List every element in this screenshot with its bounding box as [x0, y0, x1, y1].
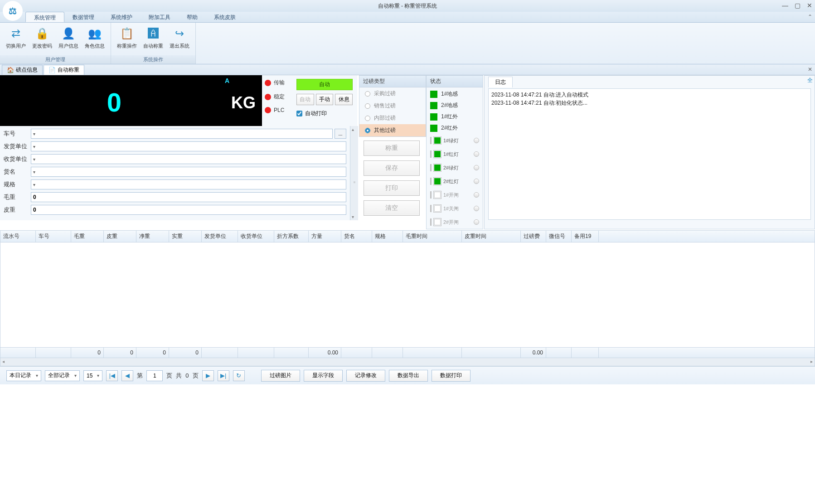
weigh-button[interactable]: 称重 [364, 141, 420, 156]
circle-icon [474, 165, 479, 170]
goods-combo[interactable] [31, 167, 346, 177]
scope-select[interactable]: 全部记录 [45, 370, 80, 381]
menu-tab-data-mgmt[interactable]: 数据管理 [64, 12, 102, 22]
print-data-button[interactable]: 数据打印 [432, 370, 471, 382]
mode-manual-button[interactable]: 手动 [316, 94, 334, 105]
ribbon-exit[interactable]: ↪退出系统 [166, 24, 193, 55]
records-grid: 流水号车号毛重皮重净重实重发货单位收货单位折方系数方量货名规格毛重时间皮重时间过… [0, 230, 815, 366]
doctab-auto-weigh[interactable]: 📄自动称重 [44, 65, 84, 75]
grid-col-header[interactable]: 备用19 [572, 231, 599, 242]
ribbon-change-password[interactable]: 🔒更改密码 [29, 24, 55, 55]
menu-tab-system-mgmt[interactable]: 系统管理 [25, 12, 64, 22]
grid-col-header[interactable]: 货名 [341, 231, 372, 242]
radio-icon [365, 128, 370, 133]
weigh-type-purchase[interactable]: 采购过磅 [359, 87, 426, 100]
doctab-close-icon[interactable]: ✕ [808, 66, 812, 73]
clear-button[interactable]: 清空 [364, 200, 420, 216]
prev-page-button[interactable]: ◀ [121, 370, 133, 381]
grid-hscrollbar[interactable] [0, 358, 815, 366]
log-tab[interactable]: 日志 [488, 77, 513, 87]
gross-weight-input[interactable] [31, 192, 346, 202]
ctrl-green-light-2[interactable]: 2#绿灯 [430, 163, 479, 173]
menu-tab-help[interactable]: 帮助 [179, 12, 206, 22]
ctrl-gate-open-1[interactable]: 1#开闸 [430, 190, 479, 200]
receiver-combo[interactable] [31, 154, 346, 164]
page-number-input[interactable] [146, 370, 163, 381]
ribbon-weigh-op[interactable]: 📋称重操作 [114, 24, 140, 55]
grid-col-header[interactable]: 毛重 [71, 231, 104, 242]
last-page-button[interactable]: ▶| [218, 370, 229, 381]
page-size-select[interactable]: 15 [83, 370, 102, 381]
grid-col-header[interactable]: 规格 [372, 231, 403, 242]
grid-col-header[interactable]: 流水号 [0, 231, 36, 242]
weigh-type-internal[interactable]: 内部过磅 [359, 112, 426, 124]
ribbon-switch-user[interactable]: ⇄切换用户 [3, 24, 29, 55]
log-expand-button[interactable]: 全 [807, 77, 813, 84]
vehicle-combo[interactable] [31, 129, 333, 139]
ctrl-gate-open-2[interactable]: 2#开闸 [430, 217, 479, 227]
weigh-photo-button[interactable]: 过磅图片 [261, 370, 300, 382]
refresh-button[interactable]: ↻ [233, 370, 245, 381]
sensor-ground-1: 1#地感 [430, 90, 479, 98]
user-icon: 👤 [61, 26, 76, 41]
menu-tab-addon-tools[interactable]: 附加工具 [141, 12, 179, 22]
print-button[interactable]: 打印 [364, 180, 420, 196]
radio-icon [365, 91, 370, 97]
radio-icon [365, 116, 370, 121]
ctrl-gate-close-1[interactable]: 1#关闸 [430, 204, 479, 213]
grid-col-header[interactable]: 过磅费 [521, 231, 546, 242]
vehicle-lookup-button[interactable]: ... [335, 129, 346, 139]
auto-print-input[interactable] [296, 111, 302, 116]
ribbon-auto-weigh[interactable]: 🅰自动称重 [140, 24, 166, 55]
auto-icon: 🅰 [146, 26, 160, 41]
menu-tab-skin[interactable]: 系统皮肤 [206, 12, 244, 22]
ribbon-caret-icon[interactable]: ⌃ [808, 14, 812, 20]
ctrl-red-light-1[interactable]: 1#红灯 [430, 149, 479, 159]
grid-body[interactable] [0, 242, 815, 347]
grid-col-header[interactable]: 实重 [169, 231, 202, 242]
grid-col-header[interactable]: 方量 [309, 231, 341, 242]
date-range-select[interactable]: 本日记录 [6, 370, 41, 381]
grid-footer-cell [372, 348, 403, 358]
grid-col-header[interactable]: 收货单位 [238, 231, 274, 242]
tare-weight-input[interactable] [31, 205, 346, 215]
auto-print-checkbox[interactable]: 自动打印 [296, 110, 353, 117]
main-content: A 0 KG 传输 稳定 PLC 自动 自动 手动 休息 自动打印 [0, 75, 815, 229]
doctab-weighpoint-info[interactable]: 🏠磅点信息 [2, 65, 43, 75]
grid-col-header[interactable]: 折方系数 [274, 231, 309, 242]
ctrl-red-light-2[interactable]: 2#红灯 [430, 176, 479, 186]
menu-tab-system-maint[interactable]: 系统维护 [102, 12, 141, 22]
edit-record-button[interactable]: 记录修改 [346, 370, 385, 382]
sender-combo[interactable] [31, 141, 346, 151]
close-button[interactable]: ✕ [807, 2, 812, 9]
form-scrollbar[interactable]: ≡ [350, 126, 358, 220]
grid-col-header[interactable]: 毛重时间 [403, 231, 462, 242]
minimize-button[interactable]: — [782, 2, 788, 9]
weigh-type-other[interactable]: 其他过磅 [359, 124, 426, 136]
maximize-button[interactable]: ▢ [795, 2, 800, 9]
grid-col-header[interactable]: 净重 [136, 231, 169, 242]
weight-value: 0 [107, 87, 121, 117]
spec-combo[interactable] [31, 179, 346, 189]
first-page-button[interactable]: |◀ [106, 370, 118, 381]
grid-col-header[interactable]: 皮重 [104, 231, 136, 242]
log-content: 2023-11-08 14:47:21 自动:进入自动模式 2023-11-08… [489, 89, 810, 109]
mode-rest-button[interactable]: 休息 [335, 94, 353, 105]
ctrl-green-light-1[interactable]: 1#绿灯 [430, 136, 479, 145]
show-fields-button[interactable]: 显示字段 [304, 370, 343, 382]
ribbon-group-label: 用户管理 [0, 55, 111, 64]
mode-auto-button[interactable]: 自动 [296, 94, 314, 105]
grid-col-header[interactable]: 发货单位 [202, 231, 238, 242]
grid-col-header[interactable]: 皮重时间 [462, 231, 521, 242]
next-page-button[interactable]: ▶ [202, 370, 214, 381]
export-data-button[interactable]: 数据导出 [389, 370, 428, 382]
save-button[interactable]: 保存 [364, 160, 420, 176]
ribbon-user-info[interactable]: 👤用户信息 [55, 24, 82, 55]
field-label-sender: 发货单位 [4, 142, 31, 150]
ribbon-role-info[interactable]: 👥角色信息 [82, 24, 108, 55]
weigh-type-sale[interactable]: 销售过磅 [359, 100, 426, 112]
indicator-panel: 状态 1#地感 2#地感 1#红外 2#红外 1#绿灯 1#红灯 2#绿灯 2#… [426, 75, 483, 229]
ribbon: ⇄切换用户 🔒更改密码 👤用户信息 👥角色信息 用户管理 📋称重操作 🅰自动称重… [0, 23, 815, 64]
grid-col-header[interactable]: 微信号 [546, 231, 572, 242]
grid-col-header[interactable]: 车号 [36, 231, 71, 242]
